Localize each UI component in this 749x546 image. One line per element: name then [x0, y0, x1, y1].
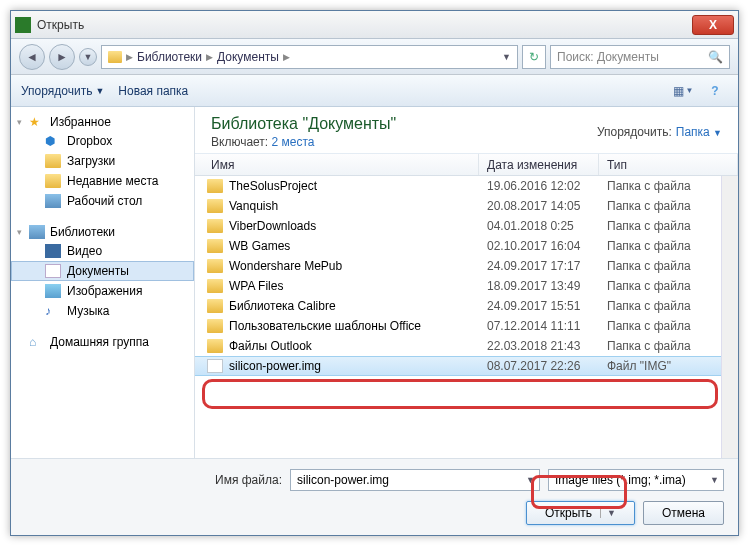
search-input[interactable]: Поиск: Документы 🔍	[550, 45, 730, 69]
toolbar: Упорядочить ▼ Новая папка ▦▼ ?	[11, 75, 738, 107]
homegroup-icon: ⌂	[29, 335, 45, 349]
new-folder-button[interactable]: Новая папка	[118, 84, 188, 98]
cancel-button[interactable]: Отмена	[643, 501, 724, 525]
sidebar-group-favorites[interactable]: ▾★Избранное	[11, 113, 194, 131]
library-title: Библиотека "Документы"	[211, 115, 396, 133]
view-mode-button[interactable]: ▦▼	[670, 80, 696, 102]
folder-icon	[207, 179, 223, 193]
forward-button[interactable]: ►	[49, 44, 75, 70]
sidebar: ▾★Избранное ⬢Dropbox Загрузки Недавние м…	[11, 107, 195, 458]
file-icon	[207, 359, 223, 373]
file-name: WB Games	[229, 239, 487, 253]
music-icon: ♪	[45, 304, 61, 318]
sidebar-item-dropbox[interactable]: ⬢Dropbox	[11, 131, 194, 151]
column-date[interactable]: Дата изменения	[479, 154, 599, 175]
arrow-right-icon: ►	[56, 50, 68, 64]
breadcrumb-libraries[interactable]: Библиотеки	[137, 50, 202, 64]
file-row[interactable]: silicon-power.img08.07.2017 22:26Файл "I…	[195, 356, 721, 376]
help-icon: ?	[711, 84, 718, 98]
arrange-dropdown[interactable]: Папка ▼	[676, 125, 722, 139]
close-button[interactable]: X	[692, 15, 734, 35]
folder-icon	[207, 339, 223, 353]
file-row[interactable]: ViberDownloads04.01.2018 0:25Папка с фай…	[195, 216, 721, 236]
chevron-right-icon: ▶	[283, 52, 290, 62]
file-name: ViberDownloads	[229, 219, 487, 233]
file-list[interactable]: TheSolusProject19.06.2016 12:02Папка с ф…	[195, 176, 721, 458]
file-type: Папка с файла	[607, 219, 721, 233]
recent-icon	[45, 174, 61, 188]
file-date: 08.07.2017 22:26	[487, 359, 607, 373]
app-icon	[15, 17, 31, 33]
open-button[interactable]: Открыть▼	[526, 501, 635, 525]
refresh-icon: ↻	[529, 50, 539, 64]
dropbox-icon: ⬢	[45, 134, 61, 148]
file-row[interactable]: Wondershare MePub24.09.2017 17:17Папка с…	[195, 256, 721, 276]
back-button[interactable]: ◄	[19, 44, 45, 70]
chevron-right-icon: ▶	[126, 52, 133, 62]
folder-icon	[207, 199, 223, 213]
file-type: Папка с файла	[607, 199, 721, 213]
file-name: Vanquish	[229, 199, 487, 213]
library-header: Библиотека "Документы" Включает: 2 места…	[195, 107, 738, 154]
sidebar-item-documents[interactable]: Документы	[11, 261, 194, 281]
file-name: silicon-power.img	[229, 359, 487, 373]
file-type: Папка с файла	[607, 179, 721, 193]
file-row[interactable]: TheSolusProject19.06.2016 12:02Папка с ф…	[195, 176, 721, 196]
sidebar-item-downloads[interactable]: Загрузки	[11, 151, 194, 171]
arrow-left-icon: ◄	[26, 50, 38, 64]
folder-icon	[207, 279, 223, 293]
file-name: Библиотека Calibre	[229, 299, 487, 313]
file-date: 19.06.2016 12:02	[487, 179, 607, 193]
file-name: Пользовательские шаблоны Office	[229, 319, 487, 333]
chevron-down-icon: ▼	[95, 86, 104, 96]
file-row[interactable]: WB Games02.10.2017 16:04Папка с файла	[195, 236, 721, 256]
chevron-down-icon: ▼	[526, 475, 535, 485]
window-title: Открыть	[37, 18, 692, 32]
locations-link[interactable]: 2 места	[272, 135, 315, 149]
sidebar-group-libraries[interactable]: ▾Библиотеки	[11, 223, 194, 241]
file-row[interactable]: Файлы Outlook22.03.2018 21:43Папка с фай…	[195, 336, 721, 356]
sidebar-item-music[interactable]: ♪Музыка	[11, 301, 194, 321]
file-date: 02.10.2017 16:04	[487, 239, 607, 253]
address-dropdown-icon[interactable]: ▼	[502, 52, 511, 62]
filename-input[interactable]: silicon-power.img▼	[290, 469, 540, 491]
scrollbar[interactable]	[721, 176, 738, 458]
folder-icon	[108, 51, 122, 63]
file-date: 04.01.2018 0:25	[487, 219, 607, 233]
file-row[interactable]: Библиотека Calibre24.09.2017 15:51Папка …	[195, 296, 721, 316]
breadcrumb-documents[interactable]: Документы	[217, 50, 279, 64]
folder-icon	[207, 219, 223, 233]
sidebar-item-recent[interactable]: Недавние места	[11, 171, 194, 191]
file-date: 20.08.2017 14:05	[487, 199, 607, 213]
file-type: Папка с файла	[607, 339, 721, 353]
filetype-filter[interactable]: Image files (*.img; *.ima)▼	[548, 469, 724, 491]
history-dropdown[interactable]: ▼	[79, 48, 97, 66]
file-date: 22.03.2018 21:43	[487, 339, 607, 353]
file-name: Wondershare MePub	[229, 259, 487, 273]
titlebar: Открыть X	[11, 11, 738, 39]
chevron-right-icon: ▶	[206, 52, 213, 62]
sidebar-group-homegroup[interactable]: ⌂Домашняя группа	[11, 333, 194, 351]
address-bar[interactable]: ▶ Библиотеки ▶ Документы ▶ ▼	[101, 45, 518, 69]
sidebar-item-images[interactable]: Изображения	[11, 281, 194, 301]
help-button[interactable]: ?	[702, 80, 728, 102]
chevron-down-icon: ▾	[17, 227, 22, 237]
file-type: Папка с файла	[607, 239, 721, 253]
sidebar-item-desktop[interactable]: Рабочий стол	[11, 191, 194, 211]
column-name[interactable]: Имя	[203, 154, 479, 175]
file-row[interactable]: Пользовательские шаблоны Office07.12.201…	[195, 316, 721, 336]
main-panel: Библиотека "Документы" Включает: 2 места…	[195, 107, 738, 458]
view-icon: ▦	[673, 84, 684, 98]
open-split-dropdown[interactable]: ▼	[600, 508, 616, 518]
organize-menu[interactable]: Упорядочить ▼	[21, 84, 104, 98]
refresh-button[interactable]: ↻	[522, 45, 546, 69]
column-type[interactable]: Тип	[599, 154, 738, 175]
sidebar-item-video[interactable]: Видео	[11, 241, 194, 261]
search-placeholder: Поиск: Документы	[557, 50, 659, 64]
file-date: 07.12.2014 11:11	[487, 319, 607, 333]
file-type: Папка с файла	[607, 319, 721, 333]
file-name: WPA Files	[229, 279, 487, 293]
file-row[interactable]: Vanquish20.08.2017 14:05Папка с файла	[195, 196, 721, 216]
file-row[interactable]: WPA Files18.09.2017 13:49Папка с файла	[195, 276, 721, 296]
folder-icon	[207, 299, 223, 313]
